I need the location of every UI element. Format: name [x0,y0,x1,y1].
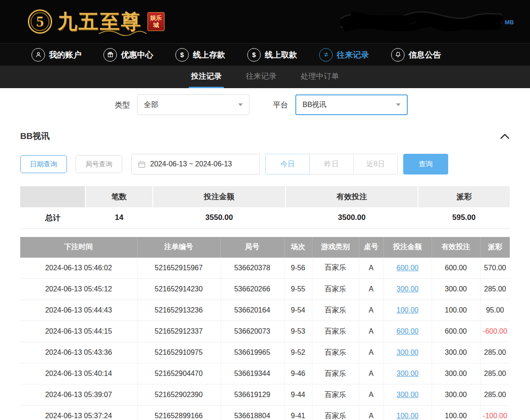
gift-icon [103,48,117,62]
cell-bet-id: 521652904470 [137,363,220,384]
table-row: 2024-06-13 05:46:02 521652915967 5366203… [20,258,510,279]
yesterday-button[interactable]: 昨日 [309,154,354,174]
nav-label: 线上取款 [265,49,297,60]
summary-header-count: 笔数 [85,186,153,207]
bet-amount-link[interactable]: 600.00 [396,264,419,272]
summary-valid-bet-value: 3500.00 [285,207,418,228]
cell-table-id: A [359,321,383,342]
cell-bet-time: 2024-06-13 05:44:43 [20,300,137,321]
platform-select[interactable]: BB视讯 [295,94,408,115]
chevron-down-icon [238,103,243,106]
bet-amount-link[interactable]: 300.00 [396,391,419,398]
cell-bet-id: 521652914230 [137,279,220,300]
cell-game-type: 百家乐 [312,384,359,406]
cell-round-id: 536620378 [220,258,284,279]
cell-valid-bet: 300.00 [432,279,480,300]
cell-session: 9-55 [284,279,312,300]
deposit-coin-icon: $ [175,48,189,62]
cell-session: 9-46 [284,363,312,384]
date-range-value: 2024-06-13 ~ 2024-06-13 [150,160,232,168]
cell-payout: 95.00 [480,300,510,321]
search-button[interactable]: 查询 [403,154,448,174]
cell-payout: -100.00 [480,406,510,420]
type-filter-label: 类型 [115,100,130,110]
query-toolbar: 日期查询 局号查询 2024-06-13 ~ 2024-06-13 今日 昨日 … [20,154,530,174]
nav-item-my-account[interactable]: 我的账户 [31,48,81,62]
cell-bet-amount: 300.00 [383,384,432,406]
cell-bet-time: 2024-06-13 05:44:15 [20,321,137,342]
chevron-up-icon [500,133,510,139]
cell-table-id: A [359,342,383,363]
cell-round-id: 536620266 [220,279,284,300]
cell-valid-bet: 600.00 [432,258,480,279]
nav-label: 信息公告 [409,49,441,60]
type-select[interactable]: 全部 [137,94,249,115]
cell-game-type: 百家乐 [312,342,359,363]
cell-payout: 285.00 [480,384,510,406]
records-tabbar: 投注记录 往来记录 处理中订单 [0,66,530,88]
logo-coin-icon: 5 [28,9,52,34]
bell-icon [391,48,405,62]
cell-valid-bet: 300.00 [432,342,480,363]
platform-filter-label: 平台 [273,100,288,110]
nav-item-records[interactable]: 往来记录 [319,48,369,62]
cell-valid-bet: 100.00 [432,300,480,321]
main-nav: 我的账户 优惠中心 $ 线上存款 $ 线上取款 往来记录 信息公告 [0,43,530,66]
cell-round-id: 536620164 [220,300,284,321]
section-title: BB视讯 [20,130,49,142]
bet-amount-link[interactable]: 100.00 [396,306,419,314]
cell-game-type: 百家乐 [312,321,359,342]
filter-row: 类型 全部 平台 BB视讯 [0,88,530,120]
bet-amount-link[interactable]: 600.00 [396,327,419,335]
summary-total-label: 总计 [20,207,85,228]
bet-amount-link[interactable]: 300.00 [396,370,419,377]
cell-valid-bet: 100.00 [432,406,480,420]
logo-flourish-icon [98,30,147,37]
summary-bet-amount-value: 3550.00 [153,207,285,228]
cell-bet-amount: 100.00 [383,300,432,321]
tab-bet-records[interactable]: 投注记录 [189,66,224,88]
tab-processing-orders[interactable]: 处理中订单 [298,66,341,88]
nav-item-deposit[interactable]: $ 线上存款 [175,48,225,62]
last-8-days-button[interactable]: 近8日 [353,154,398,174]
cell-round-id: 536619965 [220,342,284,363]
date-range-input[interactable]: 2024-06-13 ~ 2024-06-13 [131,154,260,174]
bet-amount-link[interactable]: 300.00 [396,349,419,356]
cell-table-id: A [359,406,383,420]
bet-amount-link[interactable]: 100.00 [396,412,419,420]
bet-amount-link[interactable]: 300.00 [396,285,419,293]
exchange-icon [319,48,333,62]
cell-bet-time: 2024-06-13 05:45:12 [20,279,137,300]
cell-table-id: A [359,279,383,300]
cell-valid-bet: 300.00 [432,363,480,384]
nav-item-promotions[interactable]: 优惠中心 [103,48,153,62]
nav-label: 我的账户 [49,49,81,60]
cell-bet-amount: 600.00 [383,321,432,342]
round-query-button[interactable]: 局号查询 [76,155,122,173]
cell-table-id: A [359,300,383,321]
cell-game-type: 百家乐 [312,300,359,321]
cell-round-id: 536618804 [220,406,284,420]
col-bet-id: 注单编号 [137,237,220,258]
today-button[interactable]: 今日 [265,154,310,174]
summary-payout-value: 595.00 [418,207,510,228]
date-query-button[interactable]: 日期查询 [20,155,67,173]
cell-table-id: A [359,258,383,279]
cell-session: 9-41 [284,406,312,420]
table-row: 2024-06-13 05:39:07 521652902390 5366191… [20,384,510,406]
table-row: 2024-06-13 05:44:43 521652913236 5366201… [20,300,510,321]
table-row: 2024-06-13 05:44:15 521652912337 5366200… [20,321,510,342]
nav-item-withdraw[interactable]: $ 线上取款 [247,48,297,62]
withdraw-coin-icon: $ [247,48,261,62]
col-bet-amount: 投注金额 [383,237,432,258]
cell-bet-time: 2024-06-13 05:39:07 [20,384,137,406]
tab-transaction-records[interactable]: 往来记录 [244,66,279,88]
col-payout: 派彩 [480,237,510,258]
cell-bet-id: 521652913236 [137,300,220,321]
summary-header-payout: 派彩 [418,186,510,207]
collapse-section-button[interactable] [500,133,510,139]
nav-item-announcements[interactable]: 信息公告 [391,48,441,62]
cell-session: 9-53 [284,321,312,342]
cell-payout: 285.00 [480,363,510,384]
cell-bet-amount: 600.00 [383,258,432,279]
